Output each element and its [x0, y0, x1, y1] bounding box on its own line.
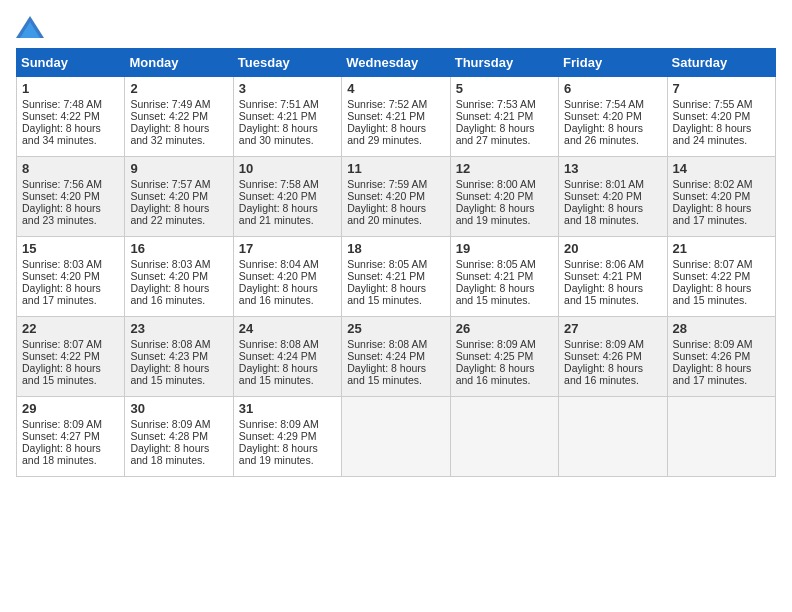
sunset-text: Sunset: 4:20 PM — [564, 190, 642, 202]
day-number: 2 — [130, 81, 227, 96]
daylight-text: Daylight: 8 hours and 30 minutes. — [239, 122, 318, 146]
calendar-cell: 23Sunrise: 8:08 AMSunset: 4:23 PMDayligh… — [125, 317, 233, 397]
daylight-text: Daylight: 8 hours and 18 minutes. — [22, 442, 101, 466]
day-number: 27 — [564, 321, 661, 336]
calendar-cell — [342, 397, 450, 477]
day-number: 3 — [239, 81, 336, 96]
daylight-text: Daylight: 8 hours and 26 minutes. — [564, 122, 643, 146]
daylight-text: Daylight: 8 hours and 15 minutes. — [456, 282, 535, 306]
sunrise-text: Sunrise: 7:57 AM — [130, 178, 210, 190]
sunset-text: Sunset: 4:20 PM — [239, 270, 317, 282]
day-number: 9 — [130, 161, 227, 176]
day-number: 16 — [130, 241, 227, 256]
sunset-text: Sunset: 4:25 PM — [456, 350, 534, 362]
day-number: 18 — [347, 241, 444, 256]
calendar-cell — [450, 397, 558, 477]
sunset-text: Sunset: 4:21 PM — [347, 270, 425, 282]
day-number: 24 — [239, 321, 336, 336]
calendar-cell — [559, 397, 667, 477]
sunrise-text: Sunrise: 8:00 AM — [456, 178, 536, 190]
sunrise-text: Sunrise: 7:49 AM — [130, 98, 210, 110]
calendar-cell: 19Sunrise: 8:05 AMSunset: 4:21 PMDayligh… — [450, 237, 558, 317]
day-number: 10 — [239, 161, 336, 176]
sunrise-text: Sunrise: 8:06 AM — [564, 258, 644, 270]
calendar-cell: 20Sunrise: 8:06 AMSunset: 4:21 PMDayligh… — [559, 237, 667, 317]
week-row-2: 8Sunrise: 7:56 AMSunset: 4:20 PMDaylight… — [17, 157, 776, 237]
sunrise-text: Sunrise: 7:54 AM — [564, 98, 644, 110]
daylight-text: Daylight: 8 hours and 16 minutes. — [239, 282, 318, 306]
daylight-text: Daylight: 8 hours and 18 minutes. — [564, 202, 643, 226]
daylight-text: Daylight: 8 hours and 15 minutes. — [347, 282, 426, 306]
sunset-text: Sunset: 4:22 PM — [22, 350, 100, 362]
sunset-text: Sunset: 4:24 PM — [347, 350, 425, 362]
daylight-text: Daylight: 8 hours and 15 minutes. — [22, 362, 101, 386]
daylight-text: Daylight: 8 hours and 22 minutes. — [130, 202, 209, 226]
daylight-text: Daylight: 8 hours and 15 minutes. — [564, 282, 643, 306]
daylight-text: Daylight: 8 hours and 23 minutes. — [22, 202, 101, 226]
calendar-cell: 22Sunrise: 8:07 AMSunset: 4:22 PMDayligh… — [17, 317, 125, 397]
daylight-text: Daylight: 8 hours and 21 minutes. — [239, 202, 318, 226]
calendar-cell: 5Sunrise: 7:53 AMSunset: 4:21 PMDaylight… — [450, 77, 558, 157]
calendar-cell: 24Sunrise: 8:08 AMSunset: 4:24 PMDayligh… — [233, 317, 341, 397]
calendar-cell: 14Sunrise: 8:02 AMSunset: 4:20 PMDayligh… — [667, 157, 775, 237]
day-number: 31 — [239, 401, 336, 416]
daylight-text: Daylight: 8 hours and 15 minutes. — [239, 362, 318, 386]
sunset-text: Sunset: 4:20 PM — [22, 270, 100, 282]
calendar-cell: 12Sunrise: 8:00 AMSunset: 4:20 PMDayligh… — [450, 157, 558, 237]
calendar-table: SundayMondayTuesdayWednesdayThursdayFrid… — [16, 48, 776, 477]
sunset-text: Sunset: 4:20 PM — [130, 270, 208, 282]
day-header-wednesday: Wednesday — [342, 49, 450, 77]
week-row-3: 15Sunrise: 8:03 AMSunset: 4:20 PMDayligh… — [17, 237, 776, 317]
calendar-cell: 25Sunrise: 8:08 AMSunset: 4:24 PMDayligh… — [342, 317, 450, 397]
day-number: 11 — [347, 161, 444, 176]
calendar-cell: 17Sunrise: 8:04 AMSunset: 4:20 PMDayligh… — [233, 237, 341, 317]
day-number: 25 — [347, 321, 444, 336]
day-number: 4 — [347, 81, 444, 96]
sunset-text: Sunset: 4:21 PM — [456, 270, 534, 282]
day-number: 15 — [22, 241, 119, 256]
calendar-cell: 26Sunrise: 8:09 AMSunset: 4:25 PMDayligh… — [450, 317, 558, 397]
week-row-1: 1Sunrise: 7:48 AMSunset: 4:22 PMDaylight… — [17, 77, 776, 157]
sunset-text: Sunset: 4:20 PM — [347, 190, 425, 202]
day-number: 13 — [564, 161, 661, 176]
calendar-cell: 21Sunrise: 8:07 AMSunset: 4:22 PMDayligh… — [667, 237, 775, 317]
days-header-row: SundayMondayTuesdayWednesdayThursdayFrid… — [17, 49, 776, 77]
sunrise-text: Sunrise: 8:03 AM — [22, 258, 102, 270]
sunset-text: Sunset: 4:28 PM — [130, 430, 208, 442]
day-number: 21 — [673, 241, 770, 256]
sunrise-text: Sunrise: 8:09 AM — [456, 338, 536, 350]
sunrise-text: Sunrise: 8:03 AM — [130, 258, 210, 270]
day-header-friday: Friday — [559, 49, 667, 77]
daylight-text: Daylight: 8 hours and 19 minutes. — [456, 202, 535, 226]
calendar-cell: 8Sunrise: 7:56 AMSunset: 4:20 PMDaylight… — [17, 157, 125, 237]
calendar-cell: 13Sunrise: 8:01 AMSunset: 4:20 PMDayligh… — [559, 157, 667, 237]
day-header-thursday: Thursday — [450, 49, 558, 77]
daylight-text: Daylight: 8 hours and 17 minutes. — [673, 202, 752, 226]
sunrise-text: Sunrise: 8:01 AM — [564, 178, 644, 190]
sunset-text: Sunset: 4:20 PM — [239, 190, 317, 202]
sunrise-text: Sunrise: 7:55 AM — [673, 98, 753, 110]
sunrise-text: Sunrise: 7:53 AM — [456, 98, 536, 110]
daylight-text: Daylight: 8 hours and 15 minutes. — [347, 362, 426, 386]
sunset-text: Sunset: 4:20 PM — [673, 190, 751, 202]
calendar-cell: 11Sunrise: 7:59 AMSunset: 4:20 PMDayligh… — [342, 157, 450, 237]
calendar-cell: 30Sunrise: 8:09 AMSunset: 4:28 PMDayligh… — [125, 397, 233, 477]
day-number: 7 — [673, 81, 770, 96]
sunrise-text: Sunrise: 7:48 AM — [22, 98, 102, 110]
daylight-text: Daylight: 8 hours and 18 minutes. — [130, 442, 209, 466]
sunrise-text: Sunrise: 8:07 AM — [673, 258, 753, 270]
logo-icon — [16, 16, 44, 38]
sunrise-text: Sunrise: 7:51 AM — [239, 98, 319, 110]
calendar-cell: 10Sunrise: 7:58 AMSunset: 4:20 PMDayligh… — [233, 157, 341, 237]
calendar-cell: 3Sunrise: 7:51 AMSunset: 4:21 PMDaylight… — [233, 77, 341, 157]
sunset-text: Sunset: 4:22 PM — [22, 110, 100, 122]
sunset-text: Sunset: 4:21 PM — [347, 110, 425, 122]
sunrise-text: Sunrise: 8:07 AM — [22, 338, 102, 350]
day-number: 23 — [130, 321, 227, 336]
sunset-text: Sunset: 4:20 PM — [564, 110, 642, 122]
daylight-text: Daylight: 8 hours and 34 minutes. — [22, 122, 101, 146]
sunset-text: Sunset: 4:22 PM — [673, 270, 751, 282]
sunrise-text: Sunrise: 8:04 AM — [239, 258, 319, 270]
day-number: 1 — [22, 81, 119, 96]
daylight-text: Daylight: 8 hours and 16 minutes. — [456, 362, 535, 386]
